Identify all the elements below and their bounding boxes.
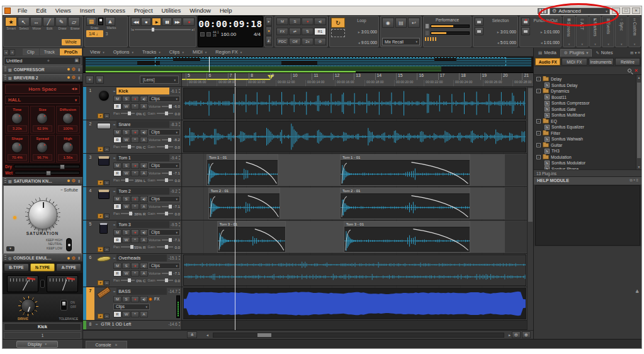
expand-icon[interactable]: ⇕ (77, 76, 81, 80)
input-echo-button[interactable]: ◂) (140, 96, 148, 102)
tolerance-switch[interactable] (60, 300, 67, 311)
keep-switch[interactable] (66, 238, 72, 251)
slider-thumb[interactable] (129, 212, 132, 215)
gain-cell[interactable]: Gain0.0 (148, 145, 181, 149)
marks-button[interactable]: ▲ (105, 17, 115, 26)
peak-spinner[interactable]: ▴▾ (179, 321, 180, 327)
pan-slider[interactable] (121, 246, 133, 248)
automation-icon[interactable]: ≠ (98, 280, 103, 285)
solo-button[interactable]: S (289, 18, 301, 25)
snap-mod[interactable]: 3 (104, 30, 108, 37)
automation-icon[interactable]: ≠ (98, 113, 103, 118)
offset-button[interactable]: A (140, 237, 148, 243)
navigator-pane[interactable] (83, 57, 533, 73)
clips-dropdown[interactable]: Clips▾ (149, 196, 180, 202)
slider-thumb[interactable] (128, 111, 131, 115)
clear-search-icon[interactable]: × (635, 68, 638, 74)
input-echo-button[interactable]: ◂) (140, 163, 148, 169)
gain-slider[interactable] (157, 213, 174, 214)
tab-clip[interactable]: Clip (23, 49, 39, 55)
menu-views[interactable]: Views (51, 6, 76, 15)
solo-button[interactable]: S (122, 196, 130, 202)
peak-spinner[interactable]: ▴▾ (179, 255, 180, 261)
tree-plugin-sonitus-delay[interactable]: fxSonitus Delay (536, 83, 635, 89)
edit-tool-button[interactable]: ╱ (43, 17, 55, 26)
tab-proch[interactable]: ProCh (60, 49, 82, 55)
browser-header-icons[interactable]: ⊞ ▾ ≡ (630, 50, 640, 55)
mute-button[interactable]: M (113, 96, 121, 102)
snap-toggle[interactable] (98, 18, 103, 25)
mix-recall-dropdown[interactable]: Mix Recall ▾ (382, 38, 420, 45)
side-tab-custom[interactable]: ≡Custom▾ (628, 16, 641, 47)
restore-button[interactable]: □ (622, 8, 630, 14)
r1-button[interactable]: R1 (314, 28, 326, 35)
slider-thumb[interactable] (165, 245, 168, 249)
volume-slider[interactable] (162, 206, 172, 207)
tree-plugin-sonitus-phase[interactable]: fxSonitus Phase (536, 166, 635, 169)
keyboard-arrow-button[interactable]: ▸ (266, 17, 272, 26)
write-button[interactable]: W (122, 311, 130, 317)
tree-folder-filter[interactable]: −Filter (536, 130, 635, 137)
gain-cell[interactable]: Gain0.0 (148, 178, 181, 183)
punch-out-value[interactable]: 1:01:000 (544, 40, 560, 45)
menu-window[interactable]: Window (185, 6, 215, 15)
track-header[interactable]: 3≠~≈Tom 1-9.4▴▾MS●◂)Clips▾RW*AVolume-7.1… (83, 154, 182, 186)
pdc-off-button[interactable]: Off (289, 38, 301, 45)
read-button[interactable]: R (113, 203, 121, 210)
track-header[interactable]: 4≠~≈Tom 2-9.2▴▾MS●◂)Clips▾RW*AVolume-7.1… (83, 187, 182, 220)
menu-utilities[interactable]: Utilities (157, 6, 186, 15)
collapse-icon[interactable]: − (536, 119, 541, 123)
punch-arm-button[interactable] (521, 18, 530, 26)
automation-icon[interactable]: ≠ (98, 147, 103, 152)
volume-slider[interactable] (162, 139, 172, 140)
record-button[interactable]: ● (183, 18, 195, 26)
track-header[interactable]: 2≠~≈Snare-8.3▴▾MS●◂)Clips▾RW*AVolume-8.2… (83, 120, 182, 153)
input-echo-button[interactable]: ◂) (314, 18, 326, 25)
track-header[interactable]: 6≠~≈Overheads-15.1▴▾MS●◂)Clips▾RW*AVolum… (83, 254, 182, 287)
breverb-preset-bar[interactable]: Horn Space ◂ ▸ (5, 84, 80, 94)
collapse-icon[interactable]: − (536, 89, 541, 93)
menu-edit[interactable]: Edit (31, 6, 50, 15)
track-name[interactable]: Kick (116, 88, 169, 94)
power-icon[interactable]: ⊙ (72, 75, 76, 80)
slider-thumb[interactable] (169, 205, 172, 208)
tree-plugin-sonitus-compressor[interactable]: fxSonitus Compressor (536, 100, 635, 106)
meter-switch[interactable] (40, 280, 45, 288)
track-header[interactable]: 8≈GTR 1 OD Left-14.6▴▾ (83, 321, 182, 329)
saturation-module-header[interactable]: ▧ SATURATION KN... ⊙ ⇕ (3, 177, 82, 185)
forward-button[interactable]: ▶▶ (172, 18, 182, 26)
volume-cell[interactable]: Volume-8.2 (149, 137, 180, 142)
gain-cell[interactable]: Gain0.0 (148, 245, 181, 249)
wet-slider[interactable] (14, 171, 80, 174)
close-button[interactable]: × (632, 8, 640, 14)
swap-button[interactable]: ⇄ (289, 28, 301, 35)
notes-icon[interactable]: ▤ (395, 18, 407, 28)
hscroll-thumb[interactable] (257, 333, 271, 337)
take-lane-icon[interactable]: ~ (104, 314, 110, 319)
vscroll-thumb[interactable] (528, 88, 533, 222)
fx-bypass-button[interactable]: FX (276, 28, 288, 35)
snapshot-button[interactable]: * (131, 203, 139, 210)
collapse-icon[interactable]: ◂ (3, 49, 9, 55)
scrub-track[interactable] (135, 29, 190, 30)
volume-cell[interactable]: Volume-7.1 (149, 237, 180, 242)
audio-clip[interactable]: Tom 1 - 01 (340, 154, 470, 186)
slider-thumb[interactable] (165, 145, 168, 149)
tv-menu-options[interactable]: Options▾ (109, 49, 138, 55)
transport-scrubber[interactable]: I◂ ▸I (131, 28, 195, 31)
track-name[interactable]: BASS (116, 288, 167, 295)
slider-thumb[interactable] (169, 171, 172, 175)
size-knob[interactable] (37, 113, 48, 124)
subtab-rewire[interactable]: ReWire (615, 58, 640, 66)
pdc-button[interactable]: PDC (276, 38, 288, 45)
write-button[interactable]: W (122, 270, 130, 277)
offset-button[interactable]: A (140, 170, 148, 176)
input-echo-button[interactable]: ◂) (140, 296, 148, 302)
meter-value[interactable]: 4/4 (254, 31, 261, 37)
collapse-icon[interactable]: − (536, 77, 541, 81)
slider-thumb[interactable] (128, 278, 131, 282)
input-echo-button[interactable]: ◂) (140, 263, 148, 269)
automation-icon[interactable]: ≠ (98, 247, 103, 252)
time-knob[interactable] (11, 113, 23, 124)
prochannel-preset-number[interactable]: 1 (4, 332, 81, 339)
